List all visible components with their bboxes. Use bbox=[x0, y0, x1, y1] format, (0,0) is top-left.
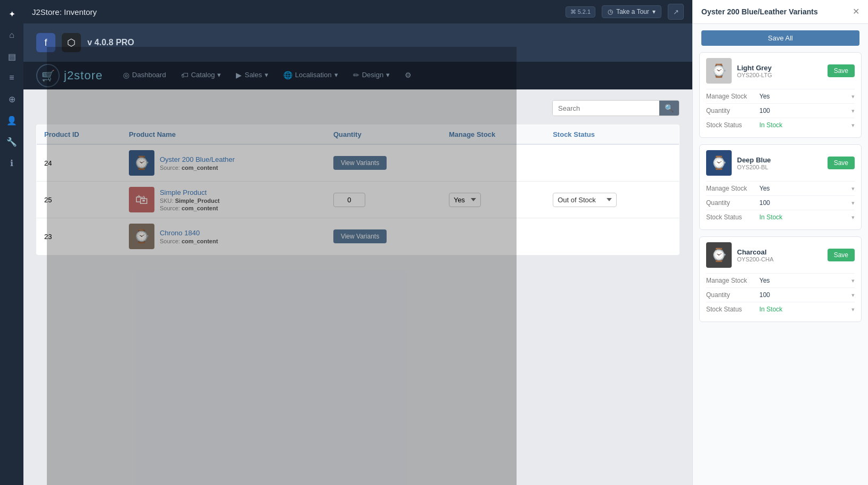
quantity-value: 100 bbox=[759, 291, 851, 299]
quantity-value: 100 bbox=[759, 107, 851, 114]
modal-overlay bbox=[47, 47, 517, 485]
manage-stock-row: Manage Stock Yes ▾ bbox=[706, 181, 855, 195]
side-panel-header: Oyster 200 Blue/Leather Variants ✕ bbox=[693, 0, 868, 24]
variant-info: Light Grey OYS200-LTG bbox=[737, 64, 822, 78]
variant-name: Deep Blue bbox=[737, 156, 822, 164]
sidebar-item-plugins[interactable]: ⊕ bbox=[2, 89, 21, 109]
variant-save-button[interactable]: Save bbox=[828, 64, 855, 77]
chevron-down-icon[interactable]: ▾ bbox=[851, 306, 855, 313]
stock-status-value: In Stock bbox=[759, 121, 851, 129]
quantity-label: Quantity bbox=[706, 291, 759, 299]
close-button[interactable]: ✕ bbox=[853, 7, 859, 16]
manage-stock-label: Manage Stock bbox=[706, 93, 759, 100]
manage-stock-value: Yes bbox=[759, 185, 851, 192]
variant-info: Deep Blue OYS200-BL bbox=[737, 156, 822, 170]
variant-image: ⌚ bbox=[706, 150, 732, 176]
sidebar-item-home[interactable]: ⌂ bbox=[2, 26, 21, 45]
variant-fields: Manage Stock Yes ▾ Quantity 100 ▾ Stock … bbox=[700, 181, 861, 229]
variant-card: ⌚ Light Grey OYS200-LTG Save Manage Stoc… bbox=[699, 52, 862, 138]
stock-status-value: In Stock bbox=[759, 213, 851, 221]
variant-card-header: ⌚ Charcoal OYS200-CHA Save bbox=[700, 237, 861, 273]
stock-status-cell bbox=[545, 144, 679, 182]
chevron-down-icon[interactable]: ▾ bbox=[851, 185, 855, 192]
variant-image: ⌚ bbox=[706, 242, 732, 268]
stock-status-label: Stock Status bbox=[706, 121, 759, 129]
chevron-down-icon[interactable]: ▾ bbox=[851, 108, 855, 114]
manage-stock-row: Manage Stock Yes ▾ bbox=[706, 273, 855, 287]
variant-fields: Manage Stock Yes ▾ Quantity 100 ▾ Stock … bbox=[700, 273, 861, 322]
variant-fields: Manage Stock Yes ▾ Quantity 100 ▾ Stock … bbox=[700, 89, 861, 137]
variant-name: Light Grey bbox=[737, 64, 822, 72]
sidebar-item-info[interactable]: ℹ bbox=[2, 153, 21, 172]
chevron-down-icon[interactable]: ▾ bbox=[851, 122, 855, 129]
variant-save-button[interactable]: Save bbox=[828, 157, 855, 169]
tour-icon: ◷ bbox=[608, 8, 613, 15]
quantity-label: Quantity bbox=[706, 199, 759, 207]
variant-card: ⌚ Deep Blue OYS200-BL Save Manage Stock … bbox=[699, 144, 862, 230]
chevron-down-icon[interactable]: ▾ bbox=[851, 214, 855, 221]
stock-status-label: Stock Status bbox=[706, 213, 759, 221]
side-panel: Oyster 200 Blue/Leather Variants ✕ Save … bbox=[692, 0, 868, 485]
search-input-wrap: 🔍 bbox=[552, 100, 679, 116]
chevron-down-icon[interactable]: ▾ bbox=[851, 200, 855, 207]
chevron-down-icon[interactable]: ▾ bbox=[851, 93, 855, 100]
variant-sku: OYS200-CHA bbox=[737, 256, 822, 262]
take-tour-button[interactable]: ◷ Take a Tour ▾ bbox=[602, 5, 661, 18]
quantity-row: Quantity 100 ▾ bbox=[706, 287, 855, 302]
search-input[interactable] bbox=[553, 101, 659, 116]
variant-card-header: ⌚ Light Grey OYS200-LTG Save bbox=[700, 53, 861, 89]
variant-sku: OYS200-LTG bbox=[737, 72, 822, 78]
main-area: J2Store: Inventory ⌘ 5.2.1 ◷ Take a Tour… bbox=[23, 0, 692, 485]
manage-stock-label: Manage Stock bbox=[706, 277, 759, 284]
save-all-button[interactable]: Save All bbox=[701, 30, 859, 46]
left-sidebar: ✦ ⌂ ▤ ≡ ⊕ 👤 🔧 ℹ bbox=[0, 0, 23, 485]
page-title: J2Store: Inventory bbox=[32, 7, 559, 17]
variant-card: ⌚ Charcoal OYS200-CHA Save Manage Stock … bbox=[699, 236, 862, 322]
app-container: ✦ ⌂ ▤ ≡ ⊕ 👤 🔧 ℹ J2Store: Inventory ⌘ 5.2… bbox=[0, 0, 868, 485]
variant-card-header: ⌚ Deep Blue OYS200-BL Save bbox=[700, 145, 861, 181]
sidebar-item-articles[interactable]: ▤ bbox=[2, 47, 21, 66]
stock-status-label: Stock Status bbox=[706, 306, 759, 313]
chevron-down-icon: ▾ bbox=[652, 8, 656, 15]
col-header-stock-status: Stock Status bbox=[545, 125, 679, 145]
manage-stock-row: Manage Stock Yes ▾ bbox=[706, 89, 855, 103]
chevron-down-icon[interactable]: ▾ bbox=[851, 292, 855, 299]
stock-status-row: Stock Status In Stock ▾ bbox=[706, 210, 855, 224]
manage-stock-label: Manage Stock bbox=[706, 185, 759, 192]
stock-status-value: In Stock bbox=[759, 306, 851, 313]
stock-status-cell bbox=[545, 218, 679, 255]
variant-name: Charcoal bbox=[737, 248, 822, 256]
stock-status-select[interactable]: Out of Stock bbox=[553, 193, 617, 207]
sidebar-item-tools[interactable]: 🔧 bbox=[2, 132, 21, 151]
external-link-button[interactable]: ↗ bbox=[668, 4, 684, 20]
sidebar-item-users[interactable]: 👤 bbox=[2, 111, 21, 130]
variant-sku: OYS200-BL bbox=[737, 164, 822, 170]
sidebar-item-menu[interactable]: ≡ bbox=[2, 68, 21, 87]
plugin-version: v 4.0.8 PRO bbox=[87, 38, 134, 47]
quantity-row: Quantity 100 ▾ bbox=[706, 195, 855, 210]
quantity-value: 100 bbox=[759, 199, 851, 207]
content-wrapper: f ⬡ v 4.0.8 PRO 🛒 j2store ◎ Dashboard bbox=[23, 23, 692, 485]
search-button[interactable]: 🔍 bbox=[659, 101, 679, 116]
stock-status-cell: Out of Stock bbox=[545, 182, 679, 218]
sidebar-item-joomla[interactable]: ✦ bbox=[2, 4, 21, 23]
stock-status-row: Stock Status In Stock ▾ bbox=[706, 118, 855, 132]
manage-stock-value: Yes bbox=[759, 277, 851, 284]
quantity-label: Quantity bbox=[706, 107, 759, 114]
variants-list: ⌚ Light Grey OYS200-LTG Save Manage Stoc… bbox=[693, 52, 868, 485]
variant-save-button[interactable]: Save bbox=[828, 249, 855, 261]
chevron-down-icon[interactable]: ▾ bbox=[851, 277, 855, 284]
stock-status-row: Stock Status In Stock ▾ bbox=[706, 302, 855, 316]
variant-info: Charcoal OYS200-CHA bbox=[737, 248, 822, 262]
quantity-row: Quantity 100 ▾ bbox=[706, 103, 855, 118]
variant-image: ⌚ bbox=[706, 58, 732, 84]
version-badge: ⌘ 5.2.1 bbox=[566, 6, 596, 18]
manage-stock-value: Yes bbox=[759, 93, 851, 100]
side-panel-title: Oyster 200 Blue/Leather Variants bbox=[701, 7, 818, 16]
top-bar: J2Store: Inventory ⌘ 5.2.1 ◷ Take a Tour… bbox=[23, 0, 692, 23]
